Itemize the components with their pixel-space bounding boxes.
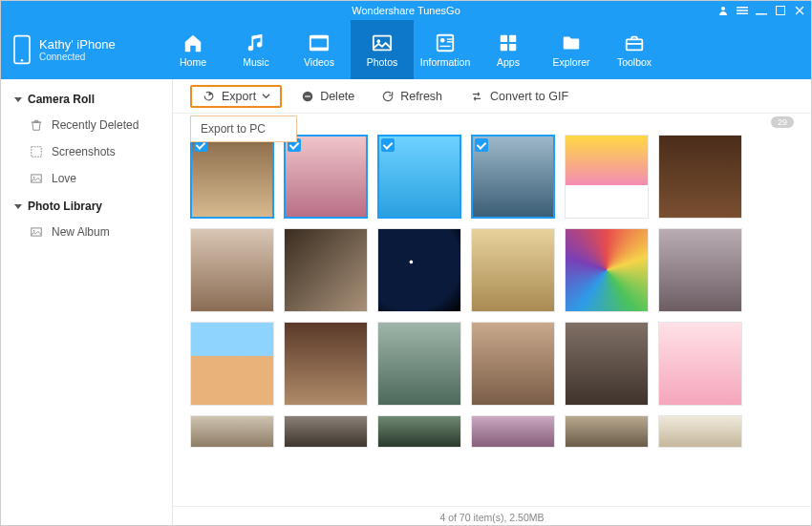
status-bar: 4 of 70 item(s), 2.50MB — [173, 506, 811, 526]
photo-thumbnail[interactable] — [284, 322, 368, 406]
photo-thumbnail[interactable] — [565, 322, 649, 406]
svg-rect-15 — [447, 38, 453, 39]
svg-rect-16 — [447, 41, 453, 42]
close-icon[interactable] — [794, 5, 805, 16]
svg-rect-11 — [374, 35, 391, 50]
photo-thumbnail[interactable] — [190, 415, 274, 448]
svg-point-12 — [377, 39, 381, 43]
photo-thumbnail[interactable] — [471, 415, 555, 448]
photo-thumbnail[interactable] — [658, 415, 742, 448]
photo-thumbnail[interactable] — [377, 415, 461, 448]
dropdown-export-to-pc[interactable]: Export to PC — [191, 116, 296, 141]
sidebar-item-screenshots[interactable]: Screenshots — [1, 138, 172, 165]
photo-thumbnail[interactable] — [658, 135, 742, 219]
tab-label: Music — [243, 56, 268, 68]
sidebar-group-photo-library[interactable]: Photo Library — [1, 192, 172, 219]
tab-explorer[interactable]: Explorer — [540, 20, 603, 79]
svg-point-28 — [33, 230, 35, 232]
caret-down-icon — [14, 204, 22, 209]
tab-label: Apps — [497, 56, 520, 68]
sidebar-group-label: Photo Library — [28, 200, 102, 213]
photo-thumbnail[interactable] — [471, 135, 555, 219]
menu-icon[interactable] — [737, 5, 748, 16]
sidebar-item-recently-deleted[interactable]: Recently Deleted — [1, 112, 172, 138]
tab-label: Home — [180, 56, 206, 68]
photo-thumbnail[interactable] — [471, 322, 555, 406]
device-block[interactable]: Kathy' iPhone Connected — [12, 34, 156, 65]
tab-home[interactable]: Home — [161, 20, 224, 79]
svg-rect-1 — [737, 7, 748, 9]
photo-thumbnail[interactable] — [565, 228, 649, 312]
svg-rect-30 — [305, 95, 310, 96]
svg-rect-18 — [501, 34, 507, 41]
svg-rect-22 — [627, 39, 643, 50]
sidebar-item-new-album[interactable]: New Album — [1, 219, 172, 245]
tab-music[interactable]: Music — [224, 20, 288, 79]
photo-thumbnail[interactable] — [190, 322, 274, 406]
check-icon — [475, 138, 488, 152]
tab-label: Toolbox — [617, 56, 652, 68]
delete-button[interactable]: Delete — [293, 86, 362, 107]
photo-thumbnail[interactable] — [284, 415, 368, 448]
tab-label: Information — [420, 56, 471, 68]
tab-photos[interactable]: Photos — [351, 20, 414, 79]
device-text: Kathy' iPhone Connected — [39, 37, 116, 62]
tab-label: Photos — [367, 56, 398, 68]
photo-thumbnail[interactable] — [377, 322, 461, 406]
convert-button[interactable]: Convert to GIF — [461, 86, 576, 107]
svg-point-26 — [33, 177, 35, 179]
delete-label: Delete — [320, 90, 354, 103]
sidebar-item-label: New Album — [52, 225, 110, 239]
svg-rect-23 — [627, 43, 643, 45]
export-label: Export — [222, 90, 256, 103]
toolbar: Export Export to PC Delete Refresh Conve… — [173, 79, 811, 114]
titlebar: Wondershare TunesGo — [1, 1, 811, 20]
svg-rect-24 — [32, 147, 42, 158]
photo-thumbnail[interactable] — [284, 135, 368, 219]
photo-thumbnail[interactable] — [284, 228, 368, 312]
sidebar-group-camera-roll[interactable]: Camera Roll — [1, 85, 172, 112]
app-title: Wondershare TunesGo — [352, 5, 460, 16]
svg-point-0 — [721, 7, 725, 11]
convert-label: Convert to GIF — [490, 90, 568, 103]
photo-thumbnail[interactable] — [190, 135, 274, 219]
refresh-button[interactable]: Refresh — [374, 86, 450, 107]
svg-rect-3 — [737, 13, 748, 15]
sidebar-item-label: Recently Deleted — [52, 118, 139, 132]
photo-thumbnail[interactable] — [658, 322, 742, 406]
device-name: Kathy' iPhone — [39, 37, 116, 52]
tab-apps[interactable]: Apps — [477, 20, 540, 79]
maximize-icon[interactable] — [775, 5, 786, 16]
svg-rect-27 — [32, 228, 42, 236]
svg-rect-2 — [737, 10, 748, 11]
caret-down-icon — [14, 97, 22, 102]
svg-rect-20 — [501, 43, 507, 50]
tab-information[interactable]: Information — [414, 20, 477, 79]
svg-point-14 — [440, 37, 445, 42]
export-button[interactable]: Export — [190, 85, 282, 108]
export-wrap: Export Export to PC — [190, 85, 282, 108]
photo-thumbnail[interactable] — [377, 228, 461, 312]
photo-thumbnail[interactable] — [565, 135, 649, 219]
svg-rect-19 — [509, 34, 516, 41]
svg-rect-21 — [509, 43, 516, 50]
photo-thumbnail[interactable] — [190, 228, 274, 312]
export-dropdown: Export to PC — [190, 116, 297, 142]
header: Kathy' iPhone Connected Home Music Video… — [1, 20, 811, 79]
titlebar-controls — [717, 1, 805, 20]
tab-label: Videos — [304, 56, 334, 68]
svg-rect-17 — [440, 45, 451, 46]
photo-thumbnail[interactable] — [377, 135, 461, 219]
photo-grid — [173, 131, 811, 506]
phone-icon — [12, 34, 32, 65]
photo-thumbnail[interactable] — [471, 228, 555, 312]
navtabs: Home Music Videos Photos Information App… — [161, 20, 666, 79]
photo-thumbnail[interactable] — [658, 228, 742, 312]
photo-thumbnail[interactable] — [565, 415, 649, 448]
date-count-badge: 29 — [771, 116, 794, 128]
tab-videos[interactable]: Videos — [288, 20, 351, 79]
sidebar-item-love[interactable]: Love — [1, 165, 172, 192]
tab-toolbox[interactable]: Toolbox — [603, 20, 666, 79]
minimize-icon[interactable] — [756, 5, 767, 16]
user-icon[interactable] — [717, 5, 729, 16]
